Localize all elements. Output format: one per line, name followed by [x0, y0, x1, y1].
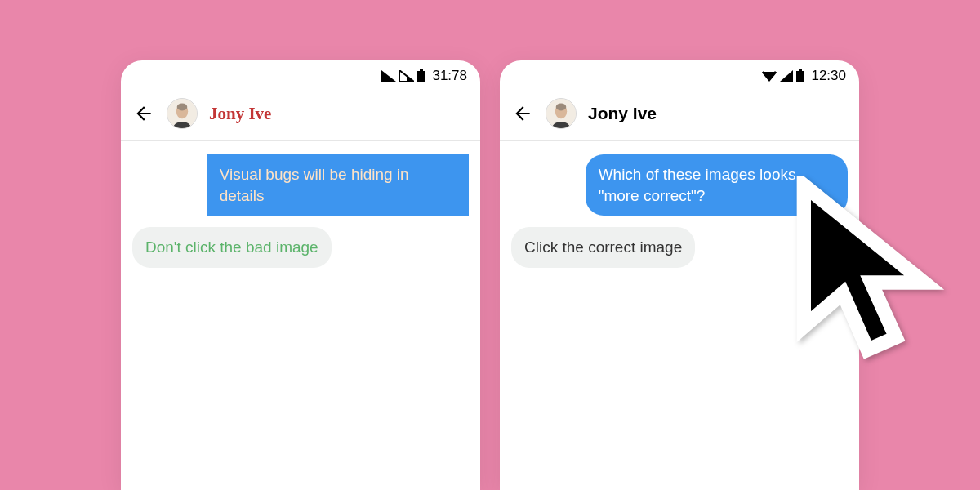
- svg-rect-12: [799, 69, 802, 71]
- wifi-icon: [762, 70, 777, 82]
- phone-mock-bad[interactable]: 31:78 Jony Ive Visual bugs will be hidin…: [121, 60, 480, 490]
- arrow-left-icon: [133, 103, 154, 124]
- battery-icon: [417, 69, 425, 82]
- cell-icon: [780, 70, 793, 82]
- svg-rect-4: [420, 69, 423, 71]
- avatar-icon: [167, 99, 197, 128]
- svg-marker-10: [780, 70, 793, 82]
- avatar-icon: [546, 99, 576, 128]
- phone-mock-correct[interactable]: 12:30 Jony Ive Which of these images loo…: [500, 60, 859, 490]
- status-bar: 12:30: [500, 60, 859, 91]
- svg-marker-9: [762, 72, 777, 81]
- status-icons: [381, 69, 425, 82]
- svg-marker-0: [381, 70, 396, 82]
- message-incoming: Don't click the bad image: [132, 227, 332, 268]
- message-outgoing: Which of these images looks "more correc…: [586, 154, 848, 216]
- contact-avatar[interactable]: [167, 98, 198, 129]
- signal-skew-icon: [381, 70, 396, 82]
- message-list: Visual bugs will be hiding in details Do…: [121, 141, 480, 281]
- arrow-left-icon: [512, 103, 533, 124]
- status-icons: [762, 69, 804, 82]
- status-time: 12:30: [811, 68, 846, 84]
- status-bar: 31:78: [121, 60, 480, 91]
- svg-point-15: [556, 103, 567, 110]
- contact-name: Jony Ive: [588, 104, 657, 123]
- chat-header: Jony Ive: [500, 91, 859, 141]
- back-button[interactable]: [132, 102, 155, 125]
- battery-icon: [796, 69, 804, 82]
- message-list: Which of these images looks "more correc…: [500, 141, 859, 281]
- signal-skew2-icon: [399, 70, 414, 82]
- svg-rect-3: [417, 71, 425, 82]
- svg-point-7: [177, 103, 188, 110]
- message-outgoing: Visual bugs will be hiding in details: [207, 154, 469, 216]
- contact-avatar[interactable]: [546, 98, 577, 129]
- chat-header: Jony Ive: [121, 91, 480, 141]
- status-time: 31:78: [432, 68, 467, 84]
- back-button[interactable]: [511, 102, 534, 125]
- contact-name: Jony Ive: [209, 104, 271, 124]
- svg-rect-11: [796, 71, 804, 82]
- message-incoming: Click the correct image: [511, 227, 695, 268]
